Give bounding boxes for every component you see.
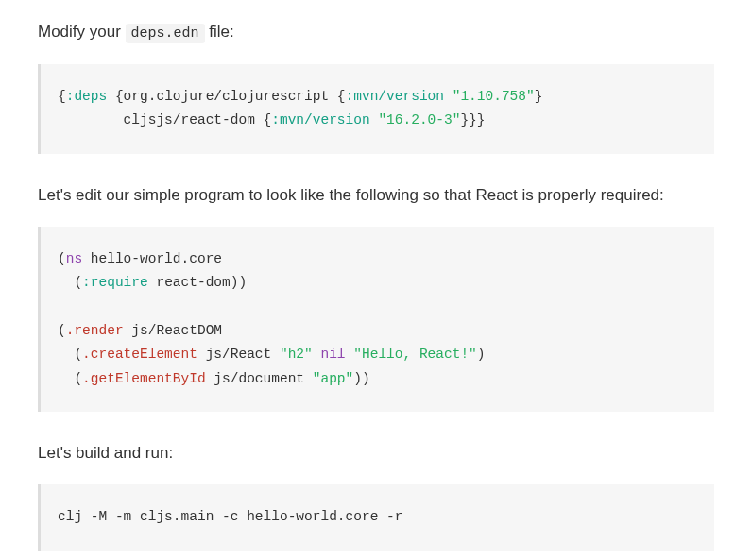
paragraph-modify-deps: Modify your deps.edn file: — [38, 19, 714, 45]
code-token: "app" — [313, 371, 354, 386]
paragraph-edit-program: Let's edit our simple program to look li… — [38, 182, 714, 208]
text: Modify your — [38, 23, 126, 41]
text: file: — [205, 23, 234, 41]
code-token: .getElementById — [82, 371, 206, 386]
code-block-build-command[interactable]: clj -M -m cljs.main -c hello-world.core … — [38, 484, 714, 550]
code-token: { — [58, 89, 66, 104]
code-token: cljsjs/react-dom { — [58, 112, 271, 127]
code-token: nil — [320, 347, 345, 362]
code-token: ns — [66, 251, 82, 266]
code-token: ( — [58, 323, 66, 338]
code-token: "1.10.758" — [453, 89, 535, 104]
inline-code-deps-edn: deps.edn — [126, 24, 205, 43]
code-token: js/document — [206, 371, 313, 386]
code-token — [444, 89, 453, 104]
code-token: {org.clojure/clojurescript { — [107, 89, 345, 104]
code-token: } — [535, 89, 543, 104]
code-token: clj -M -m cljs.main -c hello-world.core … — [58, 509, 402, 524]
code-block-cljs-source[interactable]: (ns hello-world.core (:require react-dom… — [38, 227, 714, 412]
code-token: js/ReactDOM — [124, 323, 222, 338]
code-token: "h2" — [280, 347, 313, 362]
code-token: "16.2.0-3" — [378, 112, 460, 127]
code-token — [346, 347, 354, 362]
code-token: }}} — [460, 112, 485, 127]
code-token: react-dom)) — [148, 275, 247, 290]
code-token: ( — [58, 275, 82, 290]
paragraph-build-run: Let's build and run: — [38, 440, 714, 466]
code-token: :mvn/version — [271, 112, 369, 127]
code-block-deps-edn[interactable]: {:deps {org.clojure/clojurescript {:mvn/… — [38, 64, 714, 154]
code-token: ( — [58, 371, 82, 386]
code-token: hello-world.core — [82, 251, 222, 266]
code-token: .createElement — [82, 347, 197, 362]
code-token: ( — [58, 347, 82, 362]
code-token: .render — [66, 323, 124, 338]
code-token: )) — [353, 371, 369, 386]
code-token: ) — [477, 347, 486, 362]
code-token: "Hello, React!" — [353, 347, 477, 362]
code-token: :deps — [66, 89, 108, 104]
code-token: js/React — [197, 347, 280, 362]
code-token: :mvn/version — [346, 89, 444, 104]
code-token: :require — [82, 275, 148, 290]
code-token: ( — [58, 251, 66, 266]
